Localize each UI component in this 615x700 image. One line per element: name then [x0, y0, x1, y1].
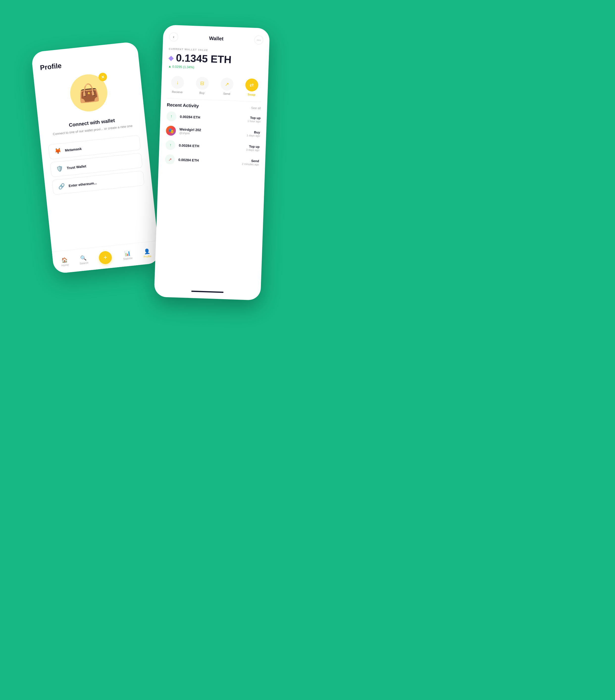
wallet-value-section: CURRENT WALLET VALUE ◆ 0.1345 ETH ▲ 0.02… — [162, 45, 269, 77]
bottom-nav: 🏠 Home 🔍 Search + 📊 Statistic 👤 Profile — [52, 241, 160, 274]
send-label: Send — [223, 92, 230, 96]
change-value: ▲ 0.0295 (1.34%) — [168, 65, 194, 69]
metamask-icon: 🦊 — [54, 147, 62, 155]
wallet-header: ‹ Wallet ··· — [163, 25, 270, 49]
home-icon: 🏠 — [61, 257, 68, 263]
more-icon: ··· — [257, 38, 261, 42]
receive-label: Recieve — [172, 90, 183, 94]
back-icon: ‹ — [173, 35, 174, 39]
activity-amount-1: 0.00284 ETH — [180, 115, 244, 121]
buy-icon: ⊟ — [196, 77, 209, 90]
metamask-label: Metamask — [65, 147, 82, 152]
up-arrow-icon-3: ↑ — [165, 140, 175, 150]
close-icon: ✕ — [101, 74, 105, 79]
fab-icon: + — [103, 253, 108, 261]
up-arrow-icon-1: ↑ — [167, 111, 176, 121]
buy-label: Buy — [199, 91, 205, 95]
activity-item-3: ↑ 0.00284 ETH Top up 3 days ago — [165, 140, 260, 153]
activity-time-1: 1 hour ago — [247, 119, 260, 123]
activity-meta-2: Buy 1 days ago — [247, 130, 260, 137]
fab-button[interactable]: + — [98, 250, 112, 264]
swap-label: Swap — [248, 93, 256, 97]
activity-time-3: 3 days ago — [246, 148, 259, 151]
activity-item-4: ↗ 0.00284 ETH Send 2 minutes ago — [165, 154, 259, 167]
avatar-emoji: 🎭 — [168, 128, 174, 134]
nav-search[interactable]: 🔍 Search — [79, 254, 89, 265]
receive-action[interactable]: ↓ Recieve — [171, 76, 184, 94]
more-button[interactable]: ··· — [254, 35, 263, 45]
ethereum-icon: 🔗 — [58, 182, 65, 190]
buy-action[interactable]: ⊟ Buy — [196, 77, 209, 95]
activity-meta-4: Send 2 minutes ago — [242, 159, 259, 166]
wallet-illustration: 👜 ✕ — [67, 72, 111, 116]
see-all-link[interactable]: See all — [251, 106, 261, 110]
activity-item-2: 🎭 Weirdgirl 202 @shpre Buy 1 days ago — [166, 125, 260, 139]
nav-home[interactable]: 🏠 Home — [61, 257, 69, 267]
profile-title: Profile — [40, 54, 132, 72]
activity-info-3: 0.00284 ETH — [179, 143, 243, 149]
activity-title: Recent Activity — [167, 102, 199, 109]
nav-statistic[interactable]: 📊 Statistic — [122, 250, 133, 261]
swap-icon: ⇄ — [245, 78, 258, 92]
trust-wallet-label: Trust Wallet — [66, 164, 86, 170]
activity-header: Recent Activity See all — [167, 102, 261, 111]
wallet-amount: 0.1345 ETH — [176, 52, 232, 66]
activity-info-4: 0.00284 ETH — [178, 158, 238, 164]
down-arrow-icon-4: ↗ — [165, 154, 175, 164]
send-action[interactable]: ↗ Send — [220, 77, 234, 96]
nav-statistic-label: Statistic — [123, 257, 133, 261]
activity-meta-1: Top up 1 hour ago — [247, 115, 261, 123]
ethereum-label: Enter ethereum... — [68, 181, 97, 188]
avatar-2: 🎭 — [166, 125, 176, 136]
nav-profile-label: Profile — [144, 254, 151, 258]
search-icon: 🔍 — [80, 254, 87, 261]
wallet-title: Wallet — [209, 35, 224, 41]
home-indicator — [192, 290, 224, 293]
action-row: ↓ Recieve ⊟ Buy ↗ Send ⇄ Swap — [161, 73, 268, 102]
activity-item-1: ↑ 0.00284 ETH Top up 1 hour ago — [167, 111, 261, 124]
nav-search-label: Search — [79, 261, 88, 265]
activity-amount-4: 0.00284 ETH — [178, 158, 238, 164]
activity-meta-3: Top up 3 days ago — [246, 144, 260, 151]
receive-icon: ↓ — [171, 76, 184, 89]
activity-amount-3: 0.00284 ETH — [179, 143, 243, 149]
wallet-phone: ‹ Wallet ··· CURRENT WALLET VALUE ◆ 0.13… — [154, 25, 270, 300]
activity-info-2: Weirdgirl 202 @shpre — [179, 127, 243, 137]
scene: Profile 👜 ✕ Connect with wallet Connect … — [42, 26, 265, 323]
statistic-icon: 📊 — [124, 250, 131, 257]
wallet-emoji: 👜 — [77, 82, 100, 104]
profile-icon: 👤 — [144, 248, 150, 254]
nav-profile[interactable]: 👤 Profile — [143, 248, 151, 258]
back-button[interactable]: ‹ — [169, 33, 178, 41]
swap-action[interactable]: ⇄ Swap — [245, 78, 258, 97]
activity-time-2: 1 days ago — [247, 134, 260, 137]
send-icon: ↗ — [220, 77, 234, 91]
eth-diamond-icon: ◆ — [168, 53, 174, 62]
activity-time-4: 2 minutes ago — [242, 162, 259, 166]
nav-home-label: Home — [61, 263, 69, 267]
activity-info-1: 0.00284 ETH — [180, 115, 244, 121]
trust-wallet-icon: 🛡️ — [56, 164, 64, 173]
activity-section: Recent Activity See all ↑ 0.00284 ETH To… — [159, 102, 267, 168]
profile-phone: Profile 👜 ✕ Connect with wallet Connect … — [31, 41, 160, 274]
